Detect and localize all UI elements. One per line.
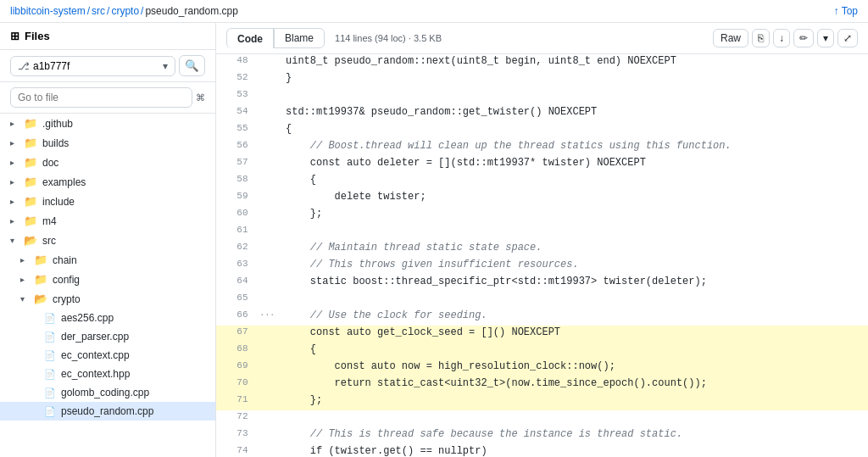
raw-button[interactable]: Raw	[713, 29, 748, 47]
line-dot	[259, 326, 275, 343]
breadcrumb-sep1: /	[87, 5, 90, 17]
line-number[interactable]: 59	[216, 190, 259, 207]
line-code: static boost::thread_specific_ptr<std::m…	[275, 275, 868, 292]
line-dot	[259, 393, 275, 410]
tree-item-github[interactable]: ▸📁.github	[0, 114, 215, 133]
line-code	[275, 224, 868, 241]
line-dot	[259, 88, 275, 105]
download-button[interactable]: ↓	[773, 29, 790, 47]
line-code: // Maintain thread static state space.	[275, 241, 868, 258]
line-number[interactable]: 55	[216, 122, 259, 139]
line-number[interactable]: 70	[216, 376, 259, 393]
line-number[interactable]: 60	[216, 207, 259, 224]
tree-item-include[interactable]: ▸📁include	[0, 192, 215, 211]
code-line: 52}	[216, 71, 868, 88]
tree-item-label: golomb_coding.cpp	[61, 387, 149, 398]
tree-item-aes256[interactable]: 📄aes256.cpp	[0, 309, 215, 327]
edit-button[interactable]: ✏	[793, 29, 814, 47]
tab-blame[interactable]: Blame	[274, 28, 325, 48]
toolbar-actions: Raw ⎘ ↓ ✏ ▾ ⤢	[713, 29, 858, 47]
line-number[interactable]: 74	[216, 444, 259, 457]
file-icon: 📄	[44, 313, 56, 324]
tree-item-label: builds	[42, 137, 69, 149]
breadcrumb-crypto[interactable]: crypto	[111, 5, 139, 17]
tree-item-doc[interactable]: ▸📁doc	[0, 153, 215, 172]
line-dot	[259, 427, 275, 444]
main-layout: ⊞ Files ⎇ a1b777f ▾ 🔍 ⌘ ▸📁.github▸📁build…	[0, 23, 868, 457]
folder-icon: 📁	[34, 254, 47, 266]
line-code: };	[275, 393, 868, 410]
tree-item-pseudo_random[interactable]: 📄pseudo_random.cpp	[0, 402, 215, 421]
code-line: 60 };	[216, 207, 868, 224]
line-code: const auto get_clock_seed = []() NOEXCEP…	[275, 326, 868, 343]
sidebar-branch-row: ⎇ a1b777f ▾ 🔍	[0, 50, 215, 82]
search-button[interactable]: 🔍	[179, 55, 205, 76]
tree-item-label: src	[42, 235, 56, 247]
chevron-icon: ▸	[10, 158, 19, 167]
tree-item-ec_context_hpp[interactable]: 📄ec_context.hpp	[0, 365, 215, 383]
tree-item-crypto[interactable]: ▾📂crypto	[0, 289, 215, 309]
line-number[interactable]: 63	[216, 258, 259, 275]
chevron-icon: ▸	[10, 119, 19, 128]
line-number[interactable]: 61	[216, 224, 259, 241]
tree-item-label: examples	[42, 176, 86, 188]
folder-icon: 📁	[24, 137, 37, 149]
code-line: 55{	[216, 122, 868, 139]
line-dot	[259, 292, 275, 309]
line-number[interactable]: 66	[216, 309, 259, 326]
file-icon: 📄	[44, 369, 56, 380]
code-line: 72	[216, 410, 868, 427]
line-number[interactable]: 52	[216, 71, 259, 88]
code-toolbar: Code Blame 114 lines (94 loc) · 3.5 KB R…	[216, 23, 868, 54]
tree-item-ec_context_cpp[interactable]: 📄ec_context.cpp	[0, 346, 215, 365]
line-number[interactable]: 56	[216, 139, 259, 156]
tree-item-chain[interactable]: ▸📁chain	[0, 250, 215, 270]
breadcrumb-src[interactable]: src	[92, 5, 105, 17]
branch-icon: ⎇	[18, 60, 30, 72]
line-dot	[259, 359, 275, 376]
line-code: const auto now = high_resolution_clock::…	[275, 359, 868, 376]
tree-item-builds[interactable]: ▸📁builds	[0, 133, 215, 153]
pencil-icon: ✏	[799, 32, 808, 44]
chevron-icon: ▾	[10, 236, 19, 245]
line-number[interactable]: 71	[216, 393, 259, 410]
line-dot	[259, 54, 275, 71]
code-line: 58 {	[216, 173, 868, 190]
line-number[interactable]: 73	[216, 427, 259, 444]
line-number[interactable]: 65	[216, 292, 259, 309]
code-line: 74 if (twister.get() == nullptr)	[216, 444, 868, 457]
tree-item-examples[interactable]: ▸📁examples	[0, 172, 215, 192]
line-dot	[259, 410, 275, 427]
line-number[interactable]: 69	[216, 359, 259, 376]
more-button[interactable]: ▾	[817, 29, 834, 47]
tab-code[interactable]: Code	[226, 28, 274, 48]
line-number[interactable]: 54	[216, 105, 259, 122]
copy-button[interactable]: ⎘	[752, 29, 770, 47]
line-number[interactable]: 53	[216, 88, 259, 105]
tree-item-label: chain	[53, 254, 77, 266]
line-number[interactable]: 68	[216, 343, 259, 359]
tree-item-config[interactable]: ▸📁config	[0, 270, 215, 289]
chevron-down-icon: ▾	[163, 60, 168, 72]
line-number[interactable]: 48	[216, 54, 259, 71]
goto-file-input[interactable]	[10, 87, 192, 108]
breadcrumb-repo[interactable]: libbitcoin-system	[10, 5, 86, 17]
fullscreen-button[interactable]: ⤢	[837, 29, 858, 47]
tree-item-m4[interactable]: ▸📁m4	[0, 211, 215, 231]
code-line: 71 };	[216, 393, 868, 410]
code-line: 69 const auto now = high_resolution_cloc…	[216, 359, 868, 376]
line-number[interactable]: 62	[216, 241, 259, 258]
line-number[interactable]: 57	[216, 156, 259, 173]
top-link[interactable]: ↑ Top	[834, 5, 858, 17]
line-dot	[259, 258, 275, 275]
code-panel: Code Blame 114 lines (94 loc) · 3.5 KB R…	[216, 23, 868, 457]
line-code: return static_cast<uint32_t>(now.time_si…	[275, 376, 868, 393]
line-number[interactable]: 67	[216, 326, 259, 343]
branch-selector[interactable]: ⎇ a1b777f ▾	[10, 56, 175, 76]
tree-item-der_parser[interactable]: 📄der_parser.cpp	[0, 327, 215, 346]
line-number[interactable]: 72	[216, 410, 259, 427]
tree-item-src[interactable]: ▾📂src	[0, 231, 215, 250]
line-number[interactable]: 58	[216, 173, 259, 190]
line-number[interactable]: 64	[216, 275, 259, 292]
tree-item-golomb[interactable]: 📄golomb_coding.cpp	[0, 383, 215, 402]
